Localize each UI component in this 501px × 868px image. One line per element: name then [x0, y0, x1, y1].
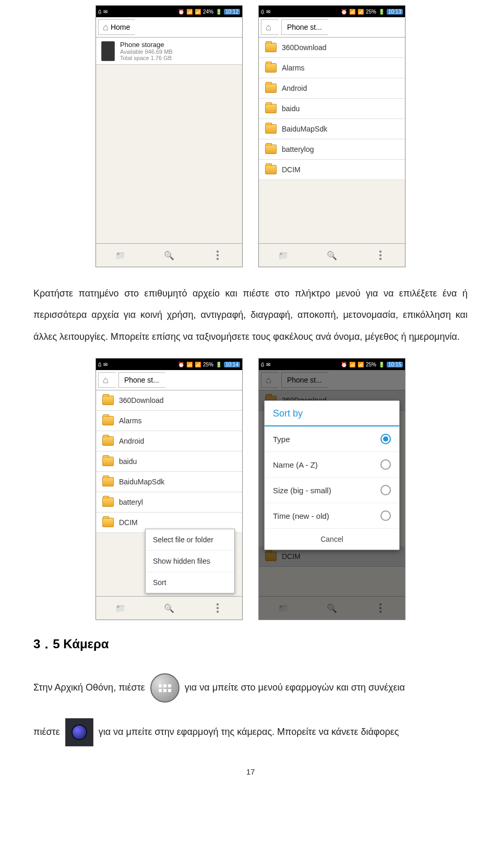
folder-icon	[265, 145, 277, 154]
overflow-button[interactable]	[194, 244, 242, 267]
storage-row[interactable]: Phone storage Available 846.69 MB Total …	[96, 38, 242, 65]
breadcrumb-phone-storage[interactable]: Phone st...	[118, 372, 165, 388]
body-paragraph: Κρατήστε πατημένο στο επιθυμητό αρχείο κ…	[33, 283, 468, 348]
breadcrumb-home[interactable]: Home	[98, 19, 135, 35]
storage-icon	[101, 41, 115, 61]
status-bar: ⎙✉ ⏰ 📶 📶 24% 🔋 10:12	[96, 6, 242, 17]
sort-option-size[interactable]: Size (big - small)	[265, 478, 399, 503]
radio-icon	[380, 434, 391, 444]
overflow-menu: Select file or folder Show hidden files …	[145, 529, 235, 593]
breadcrumb-home[interactable]	[98, 372, 115, 388]
folder-row[interactable]: baidu	[259, 99, 405, 119]
folder-row[interactable]: BaiduMapSdk	[259, 119, 405, 139]
folder-icon	[102, 436, 114, 446]
sort-option-name[interactable]: Name (A - Z)	[265, 452, 399, 478]
overflow-icon	[217, 603, 219, 613]
clock: 10:12	[224, 9, 240, 15]
screenshot-3: ⎙✉ ⏰📶📶 25%🔋 10:14 Phone st... 360Downloa…	[96, 358, 243, 620]
radio-icon	[380, 485, 391, 495]
folder-row[interactable]: DCIM	[259, 160, 405, 180]
menu-show-hidden[interactable]: Show hidden files	[146, 551, 234, 572]
add-folder-button[interactable]	[96, 597, 145, 620]
search-button[interactable]	[307, 244, 356, 267]
home-icon	[103, 375, 111, 386]
sort-option-time[interactable]: Time (new - old)	[265, 503, 399, 529]
search-button[interactable]	[145, 244, 193, 267]
folder-row[interactable]: BaiduMapSdk	[96, 472, 242, 492]
menu-select-file[interactable]: Select file or folder	[146, 529, 234, 551]
bottom-bar	[259, 243, 405, 267]
folder-row[interactable]: Alarms	[96, 411, 242, 431]
search-button[interactable]	[145, 597, 193, 620]
menu-sort[interactable]: Sort	[146, 572, 234, 593]
search-icon	[164, 603, 174, 614]
apps-grid-icon	[150, 673, 180, 703]
screenshot-2: ⎙✉ ⏰📶📶 25% 🔋 10:13 Phone st... 360Downlo…	[258, 5, 405, 267]
bottom-bar	[96, 243, 242, 267]
folder-icon	[265, 104, 277, 113]
storage-total: Total space 1.76 GB	[120, 55, 173, 61]
folder-icon	[265, 84, 277, 93]
breadcrumb-home[interactable]	[261, 19, 278, 35]
add-folder-icon	[115, 603, 126, 614]
folder-row[interactable]: Android	[96, 431, 242, 451]
add-folder-icon	[115, 250, 126, 261]
status-bar: ⎙✉ ⏰📶📶 25%🔋 10:14	[96, 359, 242, 370]
radio-icon	[380, 459, 391, 470]
storage-title: Phone storage	[120, 41, 173, 49]
breadcrumb: Phone st...	[96, 370, 242, 390]
bottom-bar	[96, 596, 242, 620]
overflow-icon	[217, 251, 219, 260]
folder-icon	[102, 396, 114, 405]
body-line: πιέστε για να μπείτε στην εφαρμογή της κ…	[33, 718, 468, 746]
radio-icon	[380, 510, 391, 521]
page-number: 17	[31, 767, 470, 776]
folder-row[interactable]: batterylog	[259, 139, 405, 160]
add-folder-button[interactable]	[259, 244, 307, 267]
search-icon	[327, 250, 337, 261]
wifi-icon: 📶	[186, 9, 193, 15]
folder-icon	[102, 497, 114, 507]
folder-row[interactable]: Alarms	[259, 58, 405, 78]
overflow-icon	[379, 251, 381, 260]
folder-row[interactable]: 360Download	[96, 390, 242, 411]
folder-row[interactable]: baidu	[96, 451, 242, 472]
folder-icon	[265, 124, 277, 134]
battery-text: 24%	[203, 9, 213, 15]
sort-dialog: Sort by Type Name (A - Z) Size (big - sm…	[264, 400, 400, 550]
sort-option-type[interactable]: Type	[265, 426, 399, 452]
dialog-title: Sort by	[265, 401, 399, 426]
home-icon	[266, 22, 273, 33]
screenshot-1: ⎙✉ ⏰ 📶 📶 24% 🔋 10:12 Home Phone storage	[96, 5, 243, 267]
signal-icon: 📶	[195, 9, 201, 15]
folder-icon	[102, 457, 114, 466]
storage-available: Available 846.69 MB	[120, 49, 173, 55]
status-bar: ⎙✉ ⏰📶📶 25% 🔋 10:13	[259, 6, 405, 17]
breadcrumb: Home	[96, 17, 242, 38]
folder-row[interactable]: batteryl	[96, 492, 242, 513]
folder-icon	[102, 477, 114, 486]
folder-icon	[102, 518, 114, 527]
folder-row[interactable]: Android	[259, 78, 405, 99]
add-folder-icon	[278, 250, 289, 261]
dialog-cancel-button[interactable]: Cancel	[265, 529, 399, 550]
folder-icon	[265, 63, 277, 73]
overflow-button[interactable]	[194, 597, 242, 620]
add-folder-button[interactable]	[96, 244, 145, 267]
folder-icon	[265, 43, 277, 52]
breadcrumb: Phone st...	[259, 17, 405, 38]
body-line: Στην Αρχική Οθόνη, πιέστε για να μπείτε …	[33, 673, 468, 703]
usb-icon: ⎙	[98, 9, 101, 15]
overflow-button[interactable]	[356, 244, 405, 267]
folder-icon	[102, 416, 114, 425]
section-heading: 3．5 Κάμερα	[33, 636, 468, 652]
camera-icon	[65, 718, 93, 746]
home-icon	[103, 22, 111, 33]
status-bar: ⎙✉ ⏰📶📶 25%🔋 10:15	[259, 359, 405, 370]
folder-row[interactable]: 360Download	[259, 38, 405, 58]
alarm-icon: ⏰	[178, 9, 184, 15]
screenshot-4: ⎙✉ ⏰📶📶 25%🔋 10:15 Phone st... 360Downloa…	[258, 358, 405, 620]
breadcrumb-phone-storage[interactable]: Phone st...	[281, 19, 328, 35]
folder-icon	[265, 165, 277, 174]
battery-icon: 🔋	[216, 9, 222, 15]
